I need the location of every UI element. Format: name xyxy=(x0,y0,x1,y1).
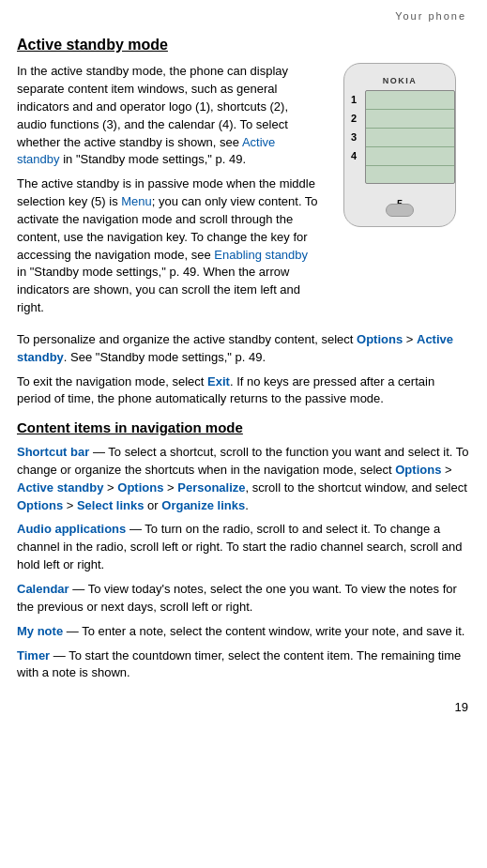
screen-line-3: 3 xyxy=(366,129,454,147)
passive-paragraph: The active standby is in passive mode wh… xyxy=(17,175,320,317)
exit-paragraph: To exit the navigation mode, select Exit… xyxy=(17,373,470,409)
personalize-link[interactable]: Personalize xyxy=(177,480,245,495)
my-note-term: My note xyxy=(17,624,63,638)
phone-illustration: NOKIA 1 2 3 4 xyxy=(334,63,465,236)
phone-body: NOKIA 1 2 3 4 xyxy=(343,63,456,227)
phone-illustration-col: NOKIA 1 2 3 4 xyxy=(329,63,470,324)
page-number: 19 xyxy=(17,699,470,717)
menu-link[interactable]: Menu xyxy=(121,194,152,208)
active-standby-link-3[interactable]: Active standby xyxy=(17,480,103,495)
screen-line-4: 4 xyxy=(366,147,454,166)
line-number-3: 3 xyxy=(351,130,357,145)
select-links-label[interactable]: Select links xyxy=(77,498,145,512)
organize-links-link[interactable]: Organize links xyxy=(161,498,245,512)
page-header: Your phone xyxy=(17,9,470,24)
timer-term: Timer xyxy=(17,648,50,662)
shortcut-bar-item: Shortcut bar — To select a shortcut, scr… xyxy=(17,444,470,514)
phone-nav-button xyxy=(386,204,414,217)
screen-line-1: 1 xyxy=(366,91,454,110)
line-number-1: 1 xyxy=(351,93,357,108)
options-link-2[interactable]: Options xyxy=(395,463,441,477)
exit-link[interactable]: Exit xyxy=(207,374,230,388)
screen-line-2: 2 xyxy=(366,110,454,129)
calendar-item: Calendar — To view today's notes, select… xyxy=(17,581,470,617)
intro-paragraph: In the active standby mode, the phone ca… xyxy=(17,63,320,169)
audio-applications-item: Audio applications — To turn on the radi… xyxy=(17,521,470,574)
timer-item: Timer — To start the countdown timer, se… xyxy=(17,647,470,683)
subsection-title: Content items in navigation mode xyxy=(17,418,470,438)
line-number-2: 2 xyxy=(351,112,357,127)
select-links-link[interactable]: Options xyxy=(17,498,63,512)
content-area: In the active standby mode, the phone ca… xyxy=(17,63,470,324)
shortcut-bar-term: Shortcut bar xyxy=(17,445,89,459)
phone-screen: 1 2 3 4 xyxy=(365,90,455,184)
line-number-4: 4 xyxy=(351,149,357,164)
personalize-paragraph: To personalize and organize the active s… xyxy=(17,331,470,367)
calendar-term: Calendar xyxy=(17,582,69,596)
options-link-1[interactable]: Options xyxy=(357,332,403,346)
options-link-3[interactable]: Options xyxy=(117,480,163,495)
text-column: In the active standby mode, the phone ca… xyxy=(17,63,320,324)
audio-applications-term: Audio applications xyxy=(17,522,126,536)
content-items-list: Shortcut bar — To select a shortcut, scr… xyxy=(17,444,470,682)
section-title: Active standby mode xyxy=(17,34,470,55)
enabling-standby-link[interactable]: Enabling standby xyxy=(214,248,308,262)
nokia-label: NOKIA xyxy=(383,75,418,87)
my-note-item: My note — To enter a note, select the co… xyxy=(17,623,470,641)
